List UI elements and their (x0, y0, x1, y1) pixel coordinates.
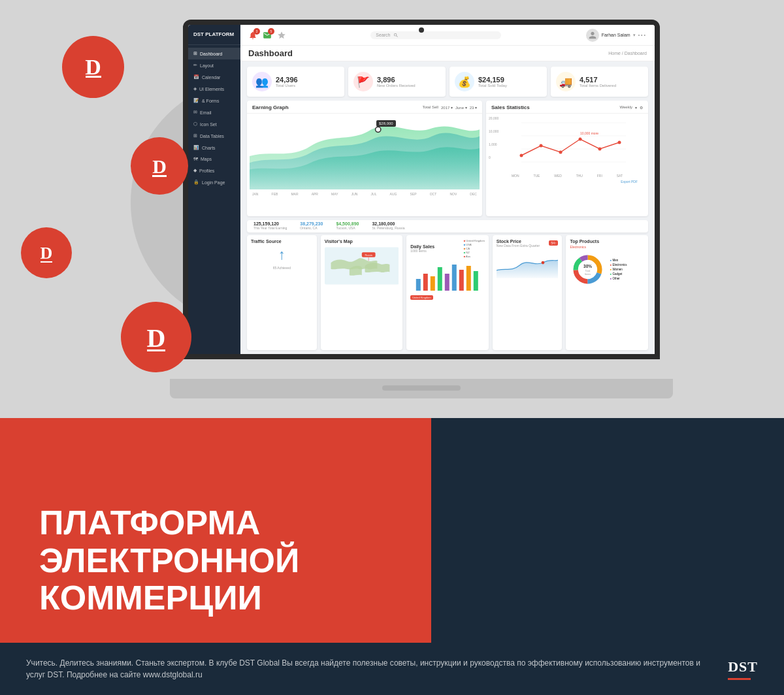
stat-users-info: 24,396 Total Users (276, 76, 298, 88)
user-dropdown-icon[interactable]: ▾ (633, 33, 636, 38)
sidebar-item-ui[interactable]: ◈ UI Elements (188, 83, 240, 95)
svg-rect-20 (445, 274, 449, 291)
svg-rect-16 (416, 279, 421, 291)
sales-settings-icon[interactable]: ⚙ (640, 105, 643, 110)
y-label-1k: 1,000 (489, 142, 498, 146)
users-stat-icon: 👥 (252, 72, 272, 91)
dashboard: DST PLATFORM ⊞ Dashboard ✏ Layout 📅 Cale… (188, 25, 655, 354)
stat-orders-label: New Orders Received (377, 84, 416, 88)
svg-point-0 (376, 127, 381, 132)
marketing-section: ПЛАТФОРМА ЭЛЕКТРОННОЙ КОММЕРЦИИ (0, 478, 405, 643)
x-label-may: MAY (331, 192, 338, 196)
x-label-apr: APR (312, 192, 318, 196)
main-content: 3 5 Search (240, 25, 655, 354)
sidebar-item-login[interactable]: 🔒 Login Page (188, 176, 240, 188)
stat-revenue-value: $24,159 (478, 76, 507, 84)
x-label-sep: SEP (410, 192, 417, 196)
legend-electronics: ● Electronics (610, 263, 627, 267)
stat-orders-info: 3,896 New Orders Received (377, 76, 416, 88)
export-pdf-label[interactable]: Export PDF (621, 180, 638, 184)
forms-icon: 📝 (193, 98, 199, 103)
sidebar-item-calendar[interactable]: 📅 Calendar (188, 71, 240, 83)
day-select[interactable]: 23 ▾ (470, 105, 477, 110)
sidebar-item-layout[interactable]: ✏ Layout (188, 59, 240, 71)
dst-logo-circle-3: D (21, 227, 72, 278)
svg-rect-19 (438, 267, 442, 291)
earning-chart-card: Earning Graph Total Sell 2017 ▾ June ▾ 2… (247, 101, 482, 216)
laptop-screen: DST PLATFORM ⊞ Dashboard ✏ Layout 📅 Cale… (183, 20, 660, 359)
layout-icon: ✏ (193, 63, 197, 68)
top-products-widget: Top Products Electronics (566, 235, 648, 351)
sidebar-label-ui: UI Elements (199, 87, 224, 91)
revenue-stat-icon: 💰 (455, 72, 474, 91)
top-products-category: Electronics (570, 245, 644, 249)
sales-chart-body: 20,000 10,000 1,000 0 (486, 114, 648, 187)
search-icon (393, 33, 399, 38)
chart-tooltip: $28,000 (376, 120, 396, 127)
flag-nz: ■ NZ (464, 251, 485, 254)
sidebar-item-charts[interactable]: 📊 Charts (188, 142, 240, 154)
flag-ca: ■ CA (464, 247, 485, 250)
year-select[interactable]: 2017 ▾ (441, 105, 453, 110)
sales-controls: Weekly ▾ ⚙ (619, 105, 643, 110)
svg-rect-23 (466, 266, 471, 291)
stock-chart (497, 249, 559, 282)
dst-logo-circle-1: D (62, 36, 124, 98)
sidebar-item-maps[interactable]: 🗺 Maps (188, 154, 240, 165)
stat-orders-value: 3,896 (377, 76, 416, 84)
legend-gadget: ● Gadget (610, 272, 627, 276)
mail-badge: 5 (268, 28, 274, 35)
sidebar-item-icons[interactable]: ⬡ Icon Set (188, 118, 240, 130)
flag-aus: ■ Aus (464, 255, 485, 258)
daily-sales-widget: Daily Sales 1000 items ■ United Kingdom … (406, 235, 489, 351)
daily-sales-title: Daily Sales (410, 244, 434, 249)
sidebar-item-forms[interactable]: 📝 & Forms (188, 95, 240, 106)
stat-card-orders: 🚩 3,896 New Orders Received (348, 67, 446, 97)
flag-uk: ■ United Kingdom (464, 239, 485, 242)
dst-underline-2 (152, 175, 167, 177)
dst-underline-3 (41, 261, 52, 263)
tables-icon: ⊞ (193, 133, 197, 138)
star-icon[interactable] (277, 31, 286, 40)
legend-men: ● Men (610, 259, 627, 262)
dst-underline-1 (86, 76, 101, 78)
footer: Учитесь. Делитесь знаниями. Станьте эксп… (0, 643, 784, 695)
page-title-bar: Dashboard Home / Dashboard (240, 46, 655, 61)
more-icon[interactable]: ••• (638, 33, 647, 37)
location-russia-value: 32,180,000 (372, 221, 404, 226)
svg-point-9 (598, 148, 602, 151)
sidebar-label-login: Login Page (202, 180, 225, 185)
visitors-map-title: Visitor's Map (325, 239, 399, 244)
svg-rect-21 (452, 265, 457, 291)
svg-text:Russia: Russia (365, 253, 372, 256)
sidebar: DST PLATFORM ⊞ Dashboard ✏ Layout 📅 Cale… (188, 25, 240, 354)
footer-text: Учитесь. Делитесь знаниями. Станьте эксп… (26, 657, 715, 681)
location-tucson-value: $4,500,890 (336, 221, 359, 226)
sidebar-item-profiles[interactable]: ◆ Profiles (188, 165, 240, 176)
sidebar-label-dashboard: Dashboard (200, 52, 222, 56)
daily-sales-header: Daily Sales 1000 items ■ United Kingdom … (410, 239, 485, 258)
flag-usa: ■ USA (464, 243, 485, 246)
login-icon: 🔒 (193, 180, 199, 185)
daily-sales-chart (410, 259, 485, 292)
stock-title-group: Stock Price New Data From Extra Quarter (497, 239, 540, 248)
sidebar-brand: DST PLATFORM (188, 25, 240, 45)
header-search[interactable]: Search (370, 31, 501, 39)
sales-period[interactable]: Weekly (619, 105, 632, 110)
stat-card-delivery: 🚚 4,517 Total Items Delivered (551, 67, 648, 97)
location-tucson-label: Tucson, USA (336, 226, 359, 230)
dst-letter-2: D (152, 155, 167, 178)
footer-logo: DST (728, 658, 758, 680)
earning-chart-controls: Total Sell 2017 ▾ June ▾ 23 ▾ (423, 105, 477, 110)
sidebar-item-dashboard[interactable]: ⊞ Dashboard (188, 48, 240, 59)
export-pdf[interactable]: Export PDF (491, 178, 643, 184)
traffic-subtitle: 65 Achieved (273, 266, 291, 270)
location-ontario-value: 38,279,230 (300, 221, 323, 226)
sales-stats-header: Sales Statistics Weekly ▾ ⚙ (486, 101, 648, 114)
month-select[interactable]: June ▾ (455, 105, 467, 110)
sidebar-item-tables[interactable]: ⊞ Data Tables (188, 130, 240, 142)
sidebar-item-email[interactable]: ✉ Email (188, 106, 240, 118)
products-legend: ● Men ● Electronics ● Women ● Gadget ● O… (610, 259, 627, 280)
sidebar-label-forms: & Forms (202, 99, 219, 103)
footer-logo-text: DST (728, 658, 758, 675)
